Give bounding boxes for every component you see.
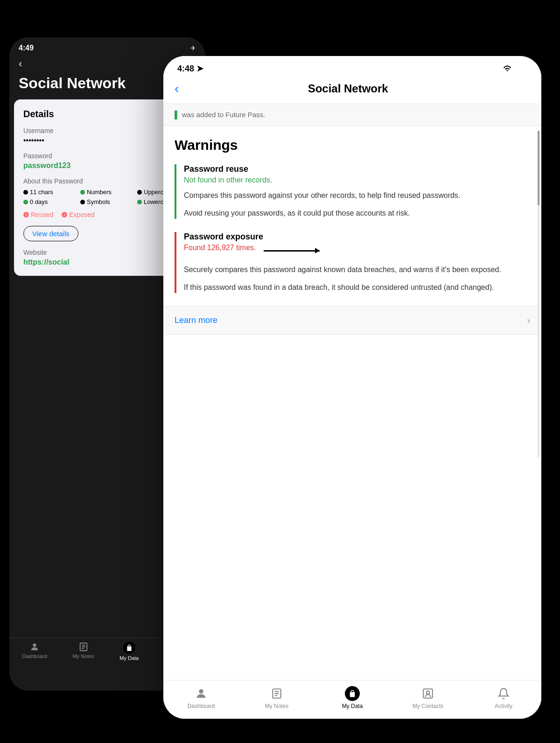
content-spacer xyxy=(163,335,541,372)
foreground-phone: 4:48 ➤ ‹ Social Network xyxy=(163,56,541,719)
fg-nav-item-mydata[interactable]: My Data xyxy=(336,686,369,709)
password-reuse-title: Password reuse xyxy=(184,164,530,174)
fg-nav-dashboard-label: Dashboard xyxy=(188,703,215,709)
mydata-icon xyxy=(345,686,360,701)
learn-more-row[interactable]: Learn more › xyxy=(163,306,541,335)
fg-scroll-content[interactable]: ▌ was added to Future Pass. Warnings Pas… xyxy=(163,104,541,673)
password-exposure-card: Password exposure Found 126,927 times. S… xyxy=(175,232,530,293)
bg-nav-item-mydata[interactable]: My Data xyxy=(119,642,139,661)
password-exposure-status: Found 126,927 times. xyxy=(184,244,256,252)
bg-reused-pill: ! Reused xyxy=(23,211,53,218)
bg-days-dot xyxy=(23,200,28,204)
fg-nav-notes-label: My Notes xyxy=(265,703,289,709)
signal-icon xyxy=(490,65,500,72)
fg-banner-text: was added to Future Pass. xyxy=(182,111,265,119)
bg-days-pill: 0 days xyxy=(23,198,77,205)
bg-chars-dot xyxy=(23,190,28,195)
scrollbar-thumb[interactable] xyxy=(538,131,539,205)
password-reuse-desc1: Compares this password against your othe… xyxy=(184,190,530,201)
fg-nav-mydata-label: My Data xyxy=(342,703,363,709)
bg-exposed-pill: ! Exposed xyxy=(62,211,94,218)
bg-numbers-dot xyxy=(80,190,85,195)
warnings-heading: Warnings xyxy=(175,137,530,153)
fg-status-time: 4:48 ➤ xyxy=(177,63,203,74)
svg-point-7 xyxy=(199,689,203,694)
fg-nav-item-activity[interactable]: Activity xyxy=(487,686,520,709)
password-exposure-title: Password exposure xyxy=(184,232,530,242)
bg-lowercase-dot xyxy=(137,200,142,204)
fg-nav-item-notes[interactable]: My Notes xyxy=(260,686,293,709)
fg-nav-activity-label: Activity xyxy=(495,703,512,709)
password-reuse-card: Password reuse Not found in other record… xyxy=(175,164,530,219)
fg-nav-contacts-label: My Contacts xyxy=(413,703,444,709)
svg-point-13 xyxy=(427,691,430,694)
bg-nav-item-dashboard[interactable]: Dashboard xyxy=(22,642,47,661)
bg-exposed-dot: ! xyxy=(62,212,67,217)
wifi-icon xyxy=(503,65,511,72)
dashboard-icon xyxy=(194,686,209,701)
scrollbar-track xyxy=(538,131,539,457)
password-reuse-status: Not found in other records. xyxy=(184,176,530,184)
bg-back-button[interactable]: ‹ xyxy=(19,58,22,70)
bg-view-details-button[interactable]: View details xyxy=(23,226,78,241)
fg-main-content: Warnings Password reuse Not found in oth… xyxy=(163,126,541,293)
bg-status-time: 4:49 xyxy=(19,44,34,52)
notes-icon xyxy=(269,686,284,701)
chevron-right-icon: › xyxy=(527,315,530,326)
arrow-annotation xyxy=(264,250,320,252)
activity-icon xyxy=(496,686,511,701)
bg-location-icon: ✈ xyxy=(190,44,196,52)
svg-point-0 xyxy=(33,644,36,647)
bg-chars-pill: 11 chars xyxy=(23,189,77,196)
fg-status-bar: 4:48 ➤ xyxy=(163,56,541,77)
bg-reused-dot: ! xyxy=(23,212,29,217)
fg-nav-item-dashboard[interactable]: Dashboard xyxy=(185,686,217,709)
fg-header: ‹ Social Network xyxy=(163,77,541,104)
bg-symbols-pill: Symbols xyxy=(80,198,134,205)
password-reuse-desc2: Avoid reusing your passwords, as it coul… xyxy=(184,208,530,219)
learn-more-label[interactable]: Learn more xyxy=(175,315,217,325)
password-exposure-desc1: Securely compares this password against … xyxy=(184,264,530,275)
fg-status-icons xyxy=(490,65,527,72)
fg-back-button[interactable]: ‹ xyxy=(175,81,179,96)
fg-bottom-nav: Dashboard My Notes My Data xyxy=(163,680,541,719)
fg-nav-item-contacts[interactable]: My Contacts xyxy=(412,686,444,709)
battery-icon xyxy=(514,65,527,72)
password-exposure-desc2: If this password was found in a data bre… xyxy=(184,282,530,293)
bg-uppercase-dot xyxy=(137,190,142,195)
contacts-icon xyxy=(420,686,435,701)
bg-nav-item-notes[interactable]: My Notes xyxy=(72,642,94,661)
bg-numbers-pill: Numbers xyxy=(80,189,134,196)
password-exposure-status-row: Found 126,927 times. xyxy=(184,244,530,258)
fg-page-title: Social Network xyxy=(186,82,510,95)
bg-symbols-dot xyxy=(80,200,85,204)
fg-banner: ▌ was added to Future Pass. xyxy=(163,104,541,126)
fg-banner-bar: ▌ xyxy=(175,111,182,119)
